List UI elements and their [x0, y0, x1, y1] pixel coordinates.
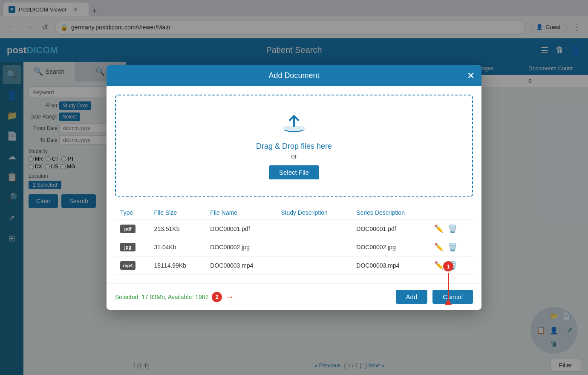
annotation-badge-2: 2	[212, 292, 222, 302]
delete-file-button[interactable]: 🗑️	[448, 224, 457, 234]
modal-overlay: Add Document ✕ Drag & Drop files here or…	[0, 0, 588, 375]
file-size: 213.51Kb	[149, 220, 205, 238]
modal-header: Add Document ✕	[107, 65, 481, 86]
annotation-badge-1: 1	[443, 261, 453, 271]
col-study-desc: Study Description	[276, 206, 351, 220]
modal-close-button[interactable]: ✕	[467, 70, 475, 81]
annotation-arrowhead	[445, 299, 452, 305]
col-actions	[429, 206, 473, 220]
file-table: Type File Size File Name Study Descripti…	[115, 206, 473, 275]
edit-file-button[interactable]: ✏️	[434, 224, 444, 234]
col-filesize: File Size	[149, 206, 205, 220]
annotation-arrow-line	[448, 273, 449, 299]
add-button[interactable]: Add	[396, 290, 428, 304]
modal-body: Drag & Drop files here or Select File Ty…	[107, 86, 481, 283]
file-name: DOC00002.jpg	[205, 238, 276, 257]
modal-title: Add Document	[268, 71, 319, 80]
file-type-badge: mp4	[120, 261, 135, 270]
study-desc	[276, 220, 351, 238]
row-actions: ✏️ 🗑️	[434, 242, 468, 252]
col-series-desc: Series Description	[351, 206, 429, 220]
file-row-0: pdf 213.51Kb DOC00001.pdf DOC00001.pdf ✏…	[115, 220, 473, 238]
add-document-modal: Add Document ✕ Drag & Drop files here or…	[107, 65, 481, 310]
edit-file-button[interactable]: ✏️	[434, 261, 444, 270]
select-file-button[interactable]: Select File	[269, 165, 319, 179]
file-type-badge: pdf	[120, 225, 135, 233]
annotation-1-container: 1	[443, 261, 453, 305]
file-type-badge: jpg	[120, 243, 135, 251]
file-size: 18114.99Kb	[149, 257, 205, 275]
file-name: DOC00003.mp4	[205, 257, 276, 275]
series-desc: DOC00003.mp4	[351, 257, 429, 275]
footer-buttons: Add Cancel	[396, 290, 473, 304]
selected-info: Selected: 17.93Mb, Available: 1987	[115, 294, 208, 300]
modal-footer: Selected: 17.93Mb, Available: 1987 2 → A…	[107, 283, 481, 310]
drop-zone[interactable]: Drag & Drop files here or Select File	[115, 95, 473, 197]
series-desc: DOC00001.pdf	[351, 220, 429, 238]
upload-icon	[124, 112, 464, 138]
col-filename: File Name	[205, 206, 276, 220]
file-row-1: jpg 31.04Kb DOC00002.jpg DOC00002.jpg ✏️…	[115, 238, 473, 257]
edit-file-button[interactable]: ✏️	[434, 242, 444, 252]
file-row-2: mp4 18114.99Kb DOC00003.mp4 DOC00003.mp4…	[115, 257, 473, 275]
drop-text: Drag & Drop files here	[124, 142, 464, 151]
row-actions: ✏️ 🗑️	[434, 224, 468, 234]
study-desc	[276, 257, 351, 275]
col-type: Type	[115, 206, 149, 220]
file-size: 31.04Kb	[149, 238, 205, 257]
study-desc	[276, 238, 351, 257]
drop-or: or	[124, 153, 464, 160]
footer-info: Selected: 17.93Mb, Available: 1987 2 →	[115, 292, 234, 302]
file-name: DOC00001.pdf	[205, 220, 276, 238]
arrow-right-icon: →	[225, 292, 234, 302]
series-desc: DOC00002.jpg	[351, 238, 429, 257]
delete-file-button[interactable]: 🗑️	[448, 242, 457, 252]
